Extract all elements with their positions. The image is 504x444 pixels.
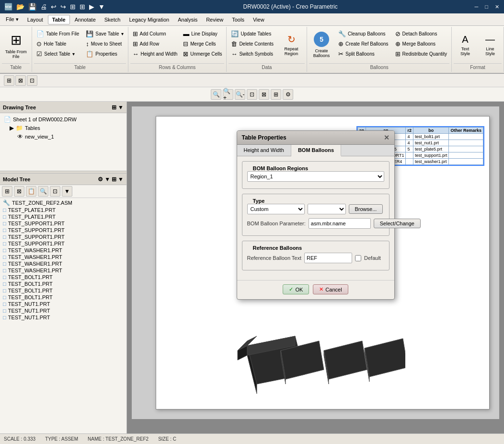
- type-select[interactable]: Custom: [247, 204, 305, 214]
- model-item-15[interactable]: □ TEST_NUT1.PRT: [1, 307, 126, 314]
- model-view-btn[interactable]: ⊡: [27, 75, 37, 86]
- browse-button[interactable]: Browse...: [349, 204, 383, 214]
- table-icon[interactable]: ⊞: [69, 2, 77, 12]
- tab-bom-balloons[interactable]: BOM Balloons: [291, 145, 341, 156]
- model-tree-expand-icon[interactable]: ⊞: [112, 176, 116, 183]
- model-tree-btn5[interactable]: ⊡: [50, 186, 60, 197]
- model-tree-btn4[interactable]: 🔍: [38, 186, 48, 197]
- region-select[interactable]: Region_1: [247, 171, 384, 182]
- model-item-12[interactable]: □ TEST_BOLT1.PRT: [1, 287, 126, 294]
- general-view-btn[interactable]: ⊠: [15, 75, 26, 86]
- model-tree-settings-icon[interactable]: ⚙: [98, 176, 103, 183]
- update-tables-btn[interactable]: 🔄 Update Tables: [229, 29, 276, 38]
- model-item-1[interactable]: □ TEST_PLATE1.PRT: [1, 213, 126, 220]
- ok-button[interactable]: ✓ OK: [283, 284, 309, 294]
- save-button[interactable]: 💾: [27, 2, 38, 12]
- play-icon[interactable]: ▶: [88, 2, 96, 12]
- drawing-tree-expand-icon[interactable]: ⊞: [112, 104, 116, 111]
- menu-sketch[interactable]: Sketch: [101, 15, 125, 24]
- repeat-region-btn[interactable]: ↻ Repeat Region: [280, 30, 303, 59]
- ref-balloon-text-input[interactable]: [304, 253, 352, 263]
- model-tree-btn3[interactable]: 📋: [26, 186, 36, 197]
- menu-annotate[interactable]: Annotate: [71, 15, 100, 24]
- drawing-tree-tables-item[interactable]: ▶ 📁 Tables: [2, 124, 125, 132]
- model-item-16[interactable]: □ TEST_NUT1.PRT: [1, 314, 126, 321]
- redistribute-qty-btn[interactable]: ⊞ Redistribute Quantity: [393, 49, 449, 58]
- select-change-button[interactable]: Select/Change: [374, 219, 421, 228]
- drawing-tree-view-item[interactable]: 👁 new_view_1: [2, 132, 125, 141]
- delete-contents-btn[interactable]: 🗑 Delete Contents: [229, 39, 276, 48]
- height-width-btn[interactable]: ↔ Height and Width: [130, 49, 180, 58]
- table-from-file-btn[interactable]: 📄 Table From File: [34, 29, 81, 38]
- model-item-3[interactable]: □ TEST_SUPPORT1.PRT: [1, 227, 126, 234]
- detach-balloons-btn[interactable]: ⊘ Detach Balloons: [393, 29, 449, 38]
- tab-height-width[interactable]: Height and Width: [237, 145, 291, 156]
- model-item-5[interactable]: □ TEST_SUPPORT1.PRT: [1, 240, 126, 247]
- menu-file[interactable]: File ▾: [2, 15, 23, 24]
- split-balloons-btn[interactable]: ✂ Split Balloons: [336, 49, 391, 58]
- rotate-btn[interactable]: ⊠: [259, 89, 269, 100]
- redo-button[interactable]: ↪: [59, 2, 68, 12]
- maximize-button[interactable]: □: [482, 3, 491, 11]
- pan-btn[interactable]: ⊡: [247, 89, 257, 100]
- type-second-select[interactable]: [308, 204, 346, 214]
- save-table-btn[interactable]: 💾 Save Table ▾: [83, 29, 126, 38]
- undo-button[interactable]: ↩: [49, 2, 58, 12]
- create-ref-balloons-btn[interactable]: ⊕ Create Ref Balloons: [336, 39, 391, 48]
- cleanup-balloons-btn[interactable]: 🔧 Cleanup Balloons: [336, 29, 391, 38]
- grid-icon[interactable]: ⊞: [78, 2, 87, 12]
- menu-table[interactable]: Table: [48, 15, 70, 24]
- model-item-6[interactable]: □ TEST_WASHER1.PRT: [1, 247, 126, 254]
- move-to-sheet-btn[interactable]: ↕ Move to Sheet: [83, 39, 126, 48]
- model-item-7[interactable]: □ TEST_WASHER1.PRT: [1, 254, 126, 260]
- default-checkbox[interactable]: [355, 255, 361, 261]
- menu-legacy-migration[interactable]: Legacy Migration: [125, 15, 173, 24]
- model-tree-btn2[interactable]: ⊠: [14, 186, 24, 197]
- model-item-13[interactable]: □ TEST_BOLT1.PRT: [1, 294, 126, 301]
- model-tree-btn1[interactable]: ⊞: [2, 186, 12, 197]
- zoom-in-btn[interactable]: 🔍+: [223, 89, 233, 100]
- merge-cells-btn[interactable]: ⊟ Merge Cells: [181, 39, 224, 48]
- menu-analysis[interactable]: Analysis: [174, 15, 201, 24]
- settings-btn[interactable]: ⚙: [283, 89, 293, 100]
- print-button[interactable]: 🖨: [39, 2, 48, 12]
- hole-table-btn[interactable]: ⊙ Hole Table: [34, 39, 81, 48]
- add-column-btn[interactable]: ⊞ Add Column: [130, 29, 180, 38]
- line-style-btn[interactable]: — Line Style: [479, 31, 502, 59]
- display-btn[interactable]: ⊞: [271, 89, 281, 100]
- menu-tools[interactable]: Tools: [228, 15, 248, 24]
- model-item-8[interactable]: □ TEST_WASHER1.PRT: [1, 260, 126, 267]
- model-item-0[interactable]: □ TEST_PLATE1.PRT: [1, 207, 126, 213]
- select-table-btn[interactable]: ☑ Select Table ▾: [34, 49, 81, 58]
- text-style-btn[interactable]: A Text Style: [454, 31, 477, 59]
- model-item-4[interactable]: □ TEST_SUPPORT1.PRT: [1, 234, 126, 240]
- minimize-button[interactable]: ─: [472, 3, 481, 11]
- model-root-item[interactable]: 🔧 TEST_ZONE_REF2.ASM: [1, 199, 126, 207]
- properties-btn[interactable]: 📋 Properties: [83, 49, 126, 58]
- menu-layout[interactable]: Layout: [23, 15, 47, 24]
- unmerge-cells-btn[interactable]: ⊠ Unmerge Cells: [181, 49, 224, 58]
- model-item-11[interactable]: □ TEST_BOLT1.PRT: [1, 280, 126, 287]
- drawing-tree-settings-icon[interactable]: ▼: [118, 104, 124, 111]
- model-item-10[interactable]: □ TEST_BOLT1.PRT: [1, 274, 126, 280]
- model-tree-filter-icon[interactable]: ▼: [104, 176, 110, 183]
- model-item-14[interactable]: □ TEST_NUT1.PRT: [1, 301, 126, 307]
- create-balloons-btn[interactable]: 5 Create Balloons: [310, 29, 333, 60]
- open-button[interactable]: 📂: [15, 2, 26, 12]
- model-tree-collapse-icon[interactable]: ▼: [118, 176, 124, 183]
- bom-param-input[interactable]: [309, 218, 371, 229]
- model-tree-btn6[interactable]: ▼: [62, 186, 72, 197]
- zoom-fit-btn[interactable]: 🔍: [211, 89, 221, 100]
- close-button[interactable]: ✕: [492, 3, 502, 11]
- layout-view-btn[interactable]: ⊞: [4, 75, 14, 86]
- model-item-9[interactable]: □ TEST_WASHER1.PRT: [1, 267, 126, 274]
- line-display-btn[interactable]: ▬ Line Display: [181, 29, 224, 38]
- zoom-out-btn[interactable]: 🔍-: [235, 89, 245, 100]
- drawing-tree-sheet-item[interactable]: 📄 Sheet 1 of DRW0002.DRW: [2, 115, 125, 124]
- menu-review[interactable]: Review: [202, 15, 227, 24]
- merge-balloons-btn[interactable]: ⊕ Merge Balloons: [393, 39, 449, 48]
- dropdown-icon[interactable]: ▼: [97, 2, 106, 12]
- cancel-button[interactable]: ✕ Cancel: [313, 284, 348, 294]
- menu-view[interactable]: View: [249, 15, 268, 24]
- modal-close-button[interactable]: ✕: [384, 134, 389, 141]
